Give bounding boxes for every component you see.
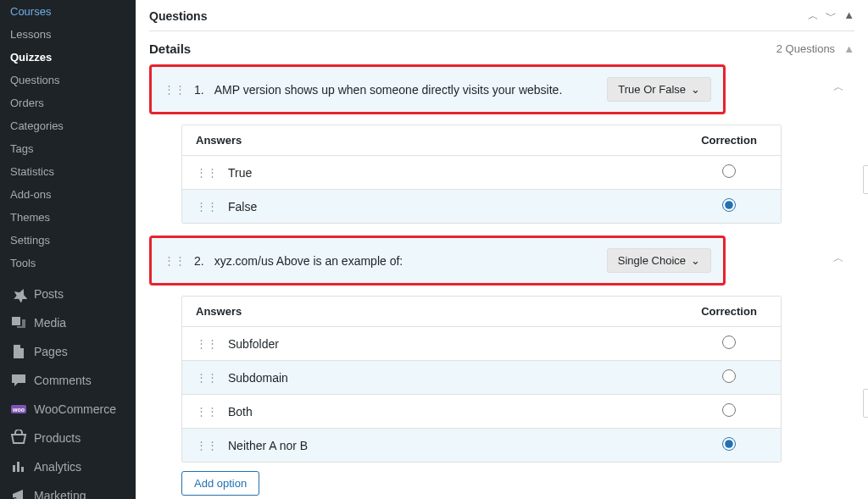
drag-handle-icon[interactable]: ⋮⋮	[196, 405, 218, 418]
drag-handle-icon[interactable]: ⋮⋮	[196, 200, 218, 213]
sidebar-label: Marketing	[34, 489, 86, 499]
main-content: Questions ︿ ﹀ ▲ Details 2 Questions ▲ ⋮⋮…	[136, 0, 868, 499]
qtype-label: Single Choice	[618, 254, 686, 267]
sidebar-item-settings[interactable]: Settings	[0, 229, 136, 252]
pin-icon	[10, 286, 27, 302]
answer-row[interactable]: ⋮⋮ Subfolder	[182, 327, 781, 361]
add-option-button[interactable]: Add option	[181, 471, 259, 496]
answer-text[interactable]: Subfolder	[228, 337, 691, 351]
analytics-icon	[10, 458, 27, 475]
sidebar-item-woocommerce[interactable]: woo WooCommerce	[0, 395, 136, 424]
drag-handle-icon[interactable]: ⋮⋮	[196, 439, 218, 452]
product-icon	[10, 430, 27, 446]
sidebar-item-quizzes[interactable]: Quizzes	[0, 46, 136, 69]
sidebar-item-media[interactable]: Media	[0, 308, 136, 337]
question-collapse-icon[interactable]: ︿	[833, 80, 844, 95]
sidebar-item-lessons[interactable]: Lessons	[0, 23, 136, 46]
correction-radio[interactable]	[722, 403, 736, 417]
collapse-icon[interactable]: ▲	[843, 8, 854, 24]
sidebar-label: Pages	[34, 345, 68, 358]
details-label: Details	[149, 42, 191, 56]
answers-header: Answers Correction	[182, 297, 781, 327]
sidebar-main-group: Posts Media Pages Comments woo WooCommer…	[0, 274, 136, 499]
question-row-1[interactable]: ⋮⋮ 1. AMP version shows up when someone …	[149, 64, 726, 114]
answers-col-header: Answers	[196, 134, 691, 147]
sidebar-item-tags[interactable]: Tags	[0, 137, 136, 160]
correction-col-header: Correction	[691, 305, 767, 318]
sidebar-item-addons[interactable]: Add-ons	[0, 183, 136, 206]
correction-radio[interactable]	[722, 437, 736, 451]
sidebar-item-statistics[interactable]: Statistics	[0, 160, 136, 183]
question-type-select[interactable]: True Or False ⌄	[607, 77, 711, 102]
move-up-icon[interactable]: ︿	[808, 8, 819, 24]
sidebar-label: WooCommerce	[34, 402, 116, 416]
sidebar-item-orders[interactable]: Orders	[0, 91, 136, 114]
panel-header: Questions ︿ ﹀ ▲	[149, 0, 854, 31]
answers-col-header: Answers	[196, 305, 691, 318]
answer-text[interactable]: Neither A nor B	[228, 439, 691, 452]
add-question-button[interactable]: +	[863, 165, 868, 194]
correction-radio[interactable]	[722, 164, 736, 178]
details-bar: Details 2 Questions ▲	[149, 31, 854, 64]
answer-text[interactable]: Both	[228, 405, 691, 419]
marketing-icon	[10, 487, 27, 499]
media-icon	[10, 314, 27, 331]
drag-handle-icon[interactable]: ⋮⋮	[164, 83, 186, 96]
sidebar-label: Comments	[34, 374, 92, 387]
details-right: 2 Questions ▲	[776, 42, 854, 55]
sidebar-item-marketing[interactable]: Marketing	[0, 481, 136, 499]
answer-row[interactable]: ⋮⋮ True	[182, 156, 781, 190]
chevron-down-icon: ⌄	[691, 254, 700, 267]
question-block-1: ⋮⋮ 1. AMP version shows up when someone …	[149, 64, 854, 224]
qtype-label: True Or False	[618, 83, 686, 96]
correction-col-header: Correction	[691, 134, 767, 147]
answers-container-2: Answers Correction ⋮⋮ Subfolder ⋮⋮ Subdo…	[181, 296, 854, 496]
panel-title: Questions	[149, 9, 207, 23]
sidebar-item-courses[interactable]: Courses	[0, 0, 136, 23]
question-collapse-icon[interactable]: ︿	[833, 251, 844, 266]
answer-text[interactable]: Subdomain	[228, 371, 691, 385]
correction-radio[interactable]	[722, 198, 736, 212]
sidebar-item-questions[interactable]: Questions	[0, 69, 136, 91]
correction-radio[interactable]	[722, 369, 736, 383]
admin-sidebar: Courses Lessons Quizzes Questions Orders…	[0, 0, 136, 499]
answers-container-1: Answers Correction ⋮⋮ True ⋮⋮ False +	[181, 125, 854, 224]
add-question-button[interactable]: +	[863, 389, 868, 418]
woo-icon: woo	[10, 401, 27, 418]
answer-text[interactable]: False	[228, 200, 691, 213]
sidebar-item-comments[interactable]: Comments	[0, 366, 136, 395]
sidebar-item-themes[interactable]: Themes	[0, 206, 136, 229]
sidebar-item-tools[interactable]: Tools	[0, 252, 136, 274]
page-icon	[10, 343, 27, 360]
drag-handle-icon[interactable]: ⋮⋮	[164, 254, 186, 267]
sidebar-sub-group: Courses Lessons Quizzes Questions Orders…	[0, 0, 136, 274]
question-number: 1.	[194, 83, 204, 97]
question-row-2[interactable]: ⋮⋮ 2. xyz.com/us Above is an example of:…	[149, 236, 726, 286]
panel-controls: ︿ ﹀ ▲	[808, 8, 854, 24]
question-text[interactable]: AMP version shows up when someone direct…	[214, 83, 608, 97]
sidebar-item-pages[interactable]: Pages	[0, 337, 136, 366]
sidebar-item-posts[interactable]: Posts	[0, 280, 136, 308]
correction-radio[interactable]	[722, 335, 736, 349]
question-count: 2 Questions	[776, 42, 835, 55]
drag-handle-icon[interactable]: ⋮⋮	[196, 337, 218, 350]
sidebar-item-products[interactable]: Products	[0, 424, 136, 452]
chevron-down-icon: ⌄	[691, 83, 700, 96]
drag-handle-icon[interactable]: ⋮⋮	[196, 371, 218, 384]
move-down-icon[interactable]: ﹀	[826, 8, 837, 24]
sidebar-label: Media	[34, 316, 66, 330]
answer-row[interactable]: ⋮⋮ False	[182, 190, 781, 223]
sidebar-item-analytics[interactable]: Analytics	[0, 452, 136, 481]
answer-text[interactable]: True	[228, 166, 691, 180]
drag-handle-icon[interactable]: ⋮⋮	[196, 166, 218, 179]
question-type-select[interactable]: Single Choice ⌄	[607, 248, 711, 273]
sidebar-item-categories[interactable]: Categories	[0, 114, 136, 137]
answer-row[interactable]: ⋮⋮ Neither A nor B	[182, 429, 781, 462]
answer-row[interactable]: ⋮⋮ Subdomain	[182, 361, 781, 395]
answers-table-2: Answers Correction ⋮⋮ Subfolder ⋮⋮ Subdo…	[181, 296, 782, 463]
svg-text:woo: woo	[12, 407, 25, 413]
question-text[interactable]: xyz.com/us Above is an example of:	[214, 254, 607, 268]
answer-row[interactable]: ⋮⋮ Both	[182, 395, 781, 429]
sort-icon[interactable]: ▲	[843, 42, 854, 55]
answers-header: Answers Correction	[182, 125, 781, 156]
